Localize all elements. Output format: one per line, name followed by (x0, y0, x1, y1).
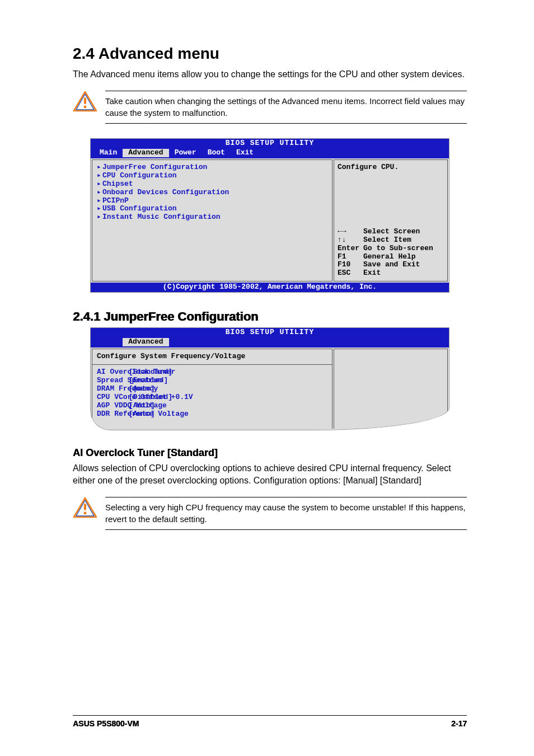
bios-setting-row: DRAM Frequency[Auto] (97, 385, 327, 393)
bios-settings-header: Configure System Frequency/Voltage (92, 353, 332, 365)
bios-menu-item: USB Configuration (102, 204, 177, 213)
bios-menu-item: PCIPnP (102, 196, 129, 205)
bios-tab-advanced: Advanced (123, 338, 168, 346)
bios-menu-item: CPU Configuration (102, 171, 177, 180)
bios-setting-row: AI Overclock Tuner[Standard] (97, 368, 327, 377)
bios-tab-power: Power (169, 149, 202, 157)
bios-tab-boot: Boot (202, 149, 231, 157)
bios-menu-item: Chipset (102, 180, 133, 188)
bios-help-pane: Configure CPU. ←→Select Screen ↑↓Select … (334, 159, 448, 282)
caution-block-2: Selecting a very high CPU frequency may … (73, 497, 467, 530)
bios-help-text: Configure CPU. (338, 163, 444, 172)
caution-1-text: Take caution when changing the settings … (105, 96, 467, 119)
help-desc: Select Item (363, 236, 411, 244)
bios-menu-item: Onboard Devices Configuration (102, 188, 229, 196)
section-intro: The Advanced menu items allow you to cha… (73, 68, 467, 81)
page-footer: ASUS P5S800-VM 2-17 (73, 715, 467, 728)
bios-tab-advanced: Advanced (123, 149, 168, 157)
help-key: F1 (338, 253, 363, 261)
svg-rect-2 (84, 97, 86, 104)
help-desc: Exit (363, 269, 381, 277)
bios-setting-row: AGP VDDQ Voltage[Auto] (97, 402, 327, 410)
setting-item-title: AI Overclock Tuner [Standard] (73, 447, 467, 459)
help-desc: General Help (363, 252, 416, 261)
bios-setting-row: CPU VCore Offset +0.1V[Disabled] (97, 393, 327, 402)
help-key: ←→ (338, 228, 363, 236)
setting-item-desc: Allows selection of CPU overclocking opt… (73, 462, 467, 487)
caution-icon (73, 91, 97, 113)
help-desc: Go to Sub-screen (363, 244, 433, 252)
bios-title: BIOS SETUP UTILITY (91, 328, 449, 337)
section-heading: 2.4 Advanced menu (73, 45, 467, 63)
help-key: F10 (338, 261, 363, 269)
bios-tabs: MainAdvanced (91, 337, 449, 348)
caution-icon (73, 497, 97, 519)
bios-title: BIOS SETUP UTILITY (91, 139, 449, 148)
help-key: ↑↓ (338, 236, 363, 245)
svg-point-3 (84, 106, 87, 109)
bios-menu-item: JumperFree Configuration (102, 163, 207, 171)
help-desc: Save and Exit (363, 260, 420, 269)
svg-point-7 (84, 512, 87, 515)
bios-tabs: MainAdvancedPowerBootExit (91, 148, 449, 158)
bios-menu-item: Instant Music Configuration (102, 213, 221, 221)
bios-screenshot-advanced: BIOS SETUP UTILITY MainAdvancedPowerBoot… (90, 138, 449, 293)
caution-block-1: Take caution when changing the settings … (73, 91, 467, 124)
help-key: ESC (338, 269, 363, 278)
bios-settings-list: Configure System Frequency/Voltage AI Ov… (92, 349, 332, 429)
subsection-heading: 2.4.1 JumperFree Configuration (73, 309, 467, 324)
bios-screenshot-jumperfree: BIOS SETUP UTILITY MainAdvanced Configur… (90, 327, 449, 430)
svg-rect-6 (84, 504, 86, 510)
bios-setting-row: Spread Spectrum[Enabled] (97, 377, 327, 385)
bios-setting-row: DDR Reference Voltage[Auto] (97, 410, 327, 419)
footer-page-number: 2-17 (451, 719, 467, 728)
caution-2-text: Selecting a very high CPU frequency may … (105, 502, 467, 525)
help-key: Enter (338, 245, 363, 253)
help-desc: Select Screen (363, 227, 420, 236)
bios-tab-main: Main (94, 149, 123, 157)
footer-product: ASUS P5S800-VM (73, 719, 139, 728)
bios-copyright: (C)Copyright 1985-2002, American Megatre… (91, 283, 449, 292)
bios-tab-exit: Exit (231, 149, 259, 157)
bios-menu-list: ▸JumperFree Configuration ▸CPU Configura… (92, 159, 332, 282)
bios-help-pane (334, 349, 448, 429)
